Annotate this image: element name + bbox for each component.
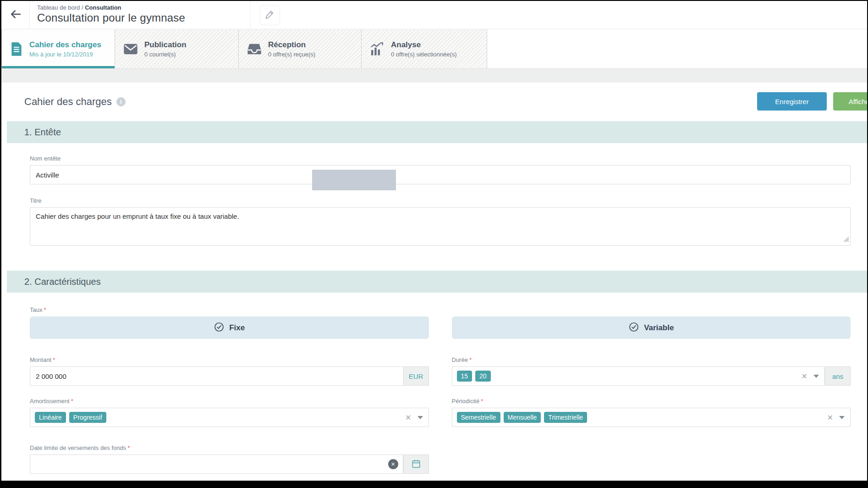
tab-label: Cahier des charges xyxy=(29,40,101,50)
tab-label: Publication xyxy=(144,40,187,50)
bar-chart-icon xyxy=(370,42,385,56)
duree-input-group: 15 20 ✕ ans xyxy=(452,366,851,386)
pencil-icon xyxy=(264,9,275,22)
tab-label: Analyse xyxy=(391,40,457,50)
duree-tag[interactable]: 20 xyxy=(475,371,491,382)
amortissement-label: Amortissement* xyxy=(30,398,429,405)
tab-subtitle: 0 offre(s) sélectionnée(s) xyxy=(391,51,457,58)
empty-cell xyxy=(452,444,851,474)
clear-icon[interactable]: ✕ xyxy=(825,413,835,422)
screenshot-frame: Tableau de bord / Consultation Consultat… xyxy=(0,0,868,488)
duree-tag[interactable]: 15 xyxy=(457,371,472,382)
periodicite-tag[interactable]: Trimestrielle xyxy=(544,412,587,423)
amortissement-multiselect[interactable]: Linéaire Progressif ✕ xyxy=(30,408,429,427)
back-arrow-icon xyxy=(9,7,22,23)
taux-label-text: Taux xyxy=(30,306,42,313)
tab-bar: Cahier des charges Mis à jour le 10/12/2… xyxy=(1,29,867,69)
date-limite-input[interactable]: ✕ xyxy=(30,455,403,474)
montant-field: Montant* EUR xyxy=(30,356,429,386)
required-mark: * xyxy=(481,398,483,405)
info-icon[interactable]: i xyxy=(116,97,126,106)
breadcrumb-consultation[interactable]: Consultation xyxy=(85,4,121,11)
periodicite-field: Périodicité* Semestrielle Mensuelle Trim… xyxy=(452,398,851,427)
clear-circle-icon[interactable]: ✕ xyxy=(388,459,398,469)
tab-reception[interactable]: Réception 0 offre(s) reçue(s) xyxy=(239,29,362,68)
tab-subtitle: 0 offre(s) reçue(s) xyxy=(268,51,315,58)
date-picker-button[interactable] xyxy=(403,455,429,474)
tab-subtitle: 0 courriel(s) xyxy=(144,51,187,58)
panel-title: Cahier des charges xyxy=(24,96,112,108)
montant-label-text: Montant xyxy=(30,356,51,363)
check-circle-icon xyxy=(628,322,639,334)
taux-label: Taux* xyxy=(30,306,851,313)
section-caracteristiques-header: 2. Caractéristiques xyxy=(7,271,867,293)
montant-input[interactable] xyxy=(30,366,403,386)
section-caracteristiques-fields: Taux* Fixe xyxy=(7,306,867,474)
page-title: Consultation pour le gymnase xyxy=(37,11,250,24)
chevron-down-icon[interactable] xyxy=(839,416,845,419)
section-entete-fields: Nom entête Titre Cahier des charges pour… xyxy=(7,155,867,248)
clear-icon[interactable]: ✕ xyxy=(800,372,809,381)
cahier-des-charges-panel: Cahier des charges i Enregistrer Affiche… xyxy=(7,83,867,481)
content-spacer xyxy=(1,69,867,83)
nom-entete-field: Nom entête xyxy=(30,155,851,184)
duree-field: Durée* 15 20 ✕ ans xyxy=(452,356,851,386)
required-mark: * xyxy=(71,398,73,405)
nom-entete-label: Nom entête xyxy=(30,155,851,162)
duree-label-text: Durée xyxy=(452,356,468,363)
amortissement-periodicite-row: Amortissement* Linéaire Progressif ✕ Pér… xyxy=(30,398,851,427)
date-limite-field: Date limite de versements des fonds* ✕ xyxy=(30,444,429,474)
duree-label: Durée* xyxy=(452,356,851,363)
titre-textarea[interactable]: Cahier des charges pour un emprunt à tau… xyxy=(30,207,851,246)
clear-icon[interactable]: ✕ xyxy=(403,413,413,422)
amortissement-field: Amortissement* Linéaire Progressif ✕ xyxy=(30,398,429,427)
tab-cahier-des-charges[interactable]: Cahier des charges Mis à jour le 10/12/2… xyxy=(1,29,115,68)
tab-publication[interactable]: Publication 0 courriel(s) xyxy=(115,29,239,68)
amortissement-tag[interactable]: Progressif xyxy=(69,412,106,423)
chevron-down-icon[interactable] xyxy=(418,416,423,419)
redaction-overlay xyxy=(312,170,396,190)
date-limite-label: Date limite de versements des fonds* xyxy=(30,444,429,451)
date-input-group: ✕ xyxy=(30,455,429,474)
amortissement-label-text: Amortissement xyxy=(30,398,70,405)
breadcrumb-separator: / xyxy=(82,4,83,11)
tab-subtitle: Mis à jour le 10/12/2019 xyxy=(29,51,101,58)
taux-option-variable[interactable]: Variable xyxy=(452,316,851,339)
tab-label: Réception xyxy=(268,40,315,50)
breadcrumb-dashboard[interactable]: Tableau de bord xyxy=(37,4,80,11)
nom-entete-input[interactable] xyxy=(30,165,851,184)
taux-field: Taux* Fixe xyxy=(30,306,851,339)
tab-text: Cahier des charges Mis à jour le 10/12/2… xyxy=(29,40,101,57)
section-entete-title: 1. Entête xyxy=(24,127,61,138)
montant-duree-row: Montant* EUR Durée* 15 20 xyxy=(30,356,851,386)
section-caracteristiques-title: 2. Caractéristiques xyxy=(24,277,101,287)
show-button[interactable]: Afficher xyxy=(833,92,867,111)
breadcrumb: Tableau de bord / Consultation xyxy=(37,4,250,11)
back-button[interactable] xyxy=(1,1,30,29)
duree-multiselect[interactable]: 15 20 ✕ xyxy=(452,366,825,386)
periodicite-tag[interactable]: Semestrielle xyxy=(457,412,500,423)
page-header: Tableau de bord / Consultation Consultat… xyxy=(1,1,867,29)
save-button[interactable]: Enregistrer xyxy=(757,92,827,111)
check-circle-icon xyxy=(214,322,225,334)
title-block: Tableau de bord / Consultation Consultat… xyxy=(30,1,251,29)
panel-actions: Enregistrer Afficher xyxy=(757,92,867,111)
periodicite-label-text: Périodicité xyxy=(452,398,480,405)
periodicite-multiselect[interactable]: Semestrielle Mensuelle Trimestrielle ✕ xyxy=(452,408,851,427)
duree-unit: ans xyxy=(825,366,851,386)
montant-unit: EUR xyxy=(403,366,429,386)
date-row: Date limite de versements des fonds* ✕ xyxy=(30,444,851,474)
inbox-icon xyxy=(247,43,262,55)
required-mark: * xyxy=(53,356,55,363)
edit-title-button[interactable] xyxy=(260,5,280,25)
tab-analyse[interactable]: Analyse 0 offre(s) sélectionnée(s) xyxy=(362,29,487,68)
tab-text: Publication 0 courriel(s) xyxy=(144,40,187,57)
taux-option-fixe[interactable]: Fixe xyxy=(30,316,429,339)
resize-handle-icon[interactable] xyxy=(844,236,849,244)
chevron-down-icon[interactable] xyxy=(813,375,819,378)
periodicite-tag[interactable]: Mensuelle xyxy=(504,412,541,423)
required-mark: * xyxy=(44,306,46,313)
taux-options: Fixe Variable xyxy=(30,316,851,339)
amortissement-tag[interactable]: Linéaire xyxy=(35,412,66,423)
envelope-icon xyxy=(123,43,138,55)
